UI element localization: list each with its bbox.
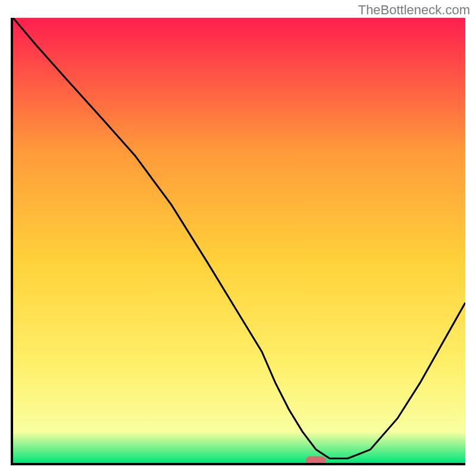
plot-area bbox=[11, 18, 465, 465]
chart-container: TheBottleneck.com bbox=[0, 0, 476, 476]
optimal-marker bbox=[306, 456, 326, 465]
curve-layer bbox=[13, 18, 465, 463]
watermark-text: TheBottleneck.com bbox=[358, 2, 470, 18]
bottleneck-curve-path bbox=[13, 18, 465, 459]
